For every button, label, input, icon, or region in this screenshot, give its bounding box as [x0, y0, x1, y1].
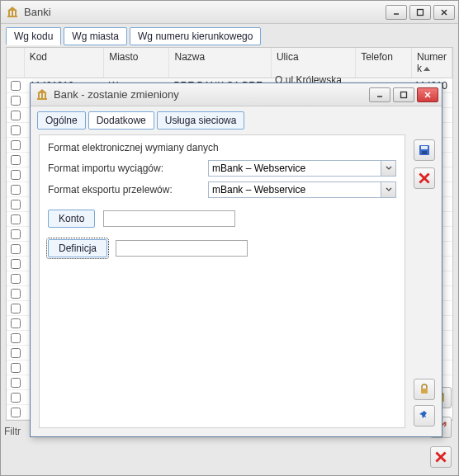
row-checkbox[interactable]: [11, 200, 21, 210]
bank-icon: [6, 6, 19, 19]
col-telefon[interactable]: Telefon: [356, 48, 412, 78]
tab-usluga[interactable]: Usługa sieciowa: [157, 111, 245, 130]
row-checkbox[interactable]: [11, 259, 21, 269]
row-checkbox[interactable]: [11, 378, 21, 388]
child-titlebar: Bank - zostanie zmieniony: [31, 83, 442, 106]
pin-icon[interactable]: [414, 405, 435, 427]
parent-titlebar: Banki: [1, 1, 458, 24]
import-label: Format importu wyciągów:: [48, 163, 203, 174]
chevron-down-icon[interactable]: [381, 160, 396, 177]
panel-legend: Format elektronicznej wymiany danych: [48, 142, 396, 153]
row-checkbox[interactable]: [11, 81, 21, 91]
row-checkbox[interactable]: [11, 229, 21, 239]
row-checkbox[interactable]: [11, 125, 21, 135]
bank-dialog: Bank - zostanie zmieniony Ogólne Dodatko…: [30, 82, 442, 437]
row-checkbox[interactable]: [11, 185, 21, 195]
row-checkbox[interactable]: [11, 318, 21, 328]
svg-rect-2: [15, 11, 17, 16]
row-checkbox[interactable]: [11, 289, 21, 299]
row-checkbox[interactable]: [11, 348, 21, 358]
svg-rect-5: [418, 9, 424, 15]
svg-rect-25: [421, 389, 428, 394]
svg-rect-21: [421, 146, 428, 149]
child-close-button[interactable]: [417, 87, 438, 102]
parent-title: Banki: [24, 6, 381, 18]
col-kod[interactable]: Kod: [25, 48, 105, 78]
tab-ogolne[interactable]: Ogólne: [37, 111, 86, 130]
row-checkbox[interactable]: [11, 304, 21, 313]
delete-icon[interactable]: [430, 446, 452, 468]
child-maximize-button[interactable]: [393, 87, 414, 102]
save-icon[interactable]: [414, 139, 435, 161]
bank-icon: [35, 88, 49, 101]
svg-rect-3: [7, 16, 17, 17]
svg-rect-13: [41, 93, 43, 98]
minimize-button[interactable]: [386, 5, 407, 20]
delete-icon[interactable]: [414, 167, 435, 189]
definicja-button[interactable]: Definicja: [48, 239, 107, 257]
svg-rect-17: [401, 92, 407, 97]
definicja-input[interactable]: [116, 240, 248, 257]
parent-tabs: Wg kodu Wg miasta Wg numeru kierunkowego: [1, 24, 458, 45]
row-checkbox[interactable]: [11, 214, 21, 224]
row-checkbox[interactable]: [11, 408, 21, 417]
tab-dodatkowe[interactable]: Dodatkowe: [88, 111, 154, 130]
row-checkbox[interactable]: [11, 244, 21, 254]
svg-rect-12: [38, 93, 40, 98]
svg-rect-22: [422, 151, 427, 154]
svg-rect-1: [12, 11, 13, 16]
konto-input[interactable]: [103, 210, 235, 227]
row-checkbox[interactable]: [11, 96, 21, 106]
import-select[interactable]: [208, 160, 381, 177]
row-checkbox[interactable]: [11, 140, 21, 150]
child-tabs: Ogólne Dodatkowe Usługa sieciowa: [31, 106, 442, 130]
tab-wg-numeru[interactable]: Wg numeru kierunkowego: [130, 27, 261, 45]
konto-button[interactable]: Konto: [48, 210, 95, 228]
close-button[interactable]: [433, 5, 455, 20]
svg-rect-14: [45, 93, 46, 98]
row-checkbox[interactable]: [11, 111, 21, 120]
svg-rect-0: [8, 11, 10, 16]
tab-wg-miasta[interactable]: Wg miasta: [64, 27, 127, 45]
dodatkowe-panel: Format elektronicznej wymiany danych For…: [39, 134, 405, 428]
filter-label: Filtr: [4, 426, 21, 437]
lock-icon[interactable]: [414, 379, 435, 400]
row-checkbox[interactable]: [11, 363, 21, 373]
svg-rect-15: [37, 98, 47, 100]
sort-asc-icon: [424, 67, 430, 71]
col-numer[interactable]: Numer k: [412, 48, 452, 78]
row-checkbox[interactable]: [11, 393, 21, 403]
chevron-down-icon[interactable]: [381, 181, 396, 198]
maximize-button[interactable]: [409, 5, 431, 20]
row-checkbox[interactable]: [11, 274, 21, 284]
child-title: Bank - zostanie zmieniony: [54, 88, 364, 101]
child-minimize-button[interactable]: [369, 87, 390, 102]
export-select[interactable]: [208, 181, 381, 198]
col-miasto[interactable]: Miasto: [104, 48, 169, 78]
row-checkbox[interactable]: [11, 333, 21, 343]
col-nazwa[interactable]: Nazwa: [169, 48, 271, 78]
row-checkbox[interactable]: [11, 170, 21, 180]
row-checkbox[interactable]: [11, 155, 21, 165]
export-label: Format eksportu przelewów:: [48, 184, 203, 196]
tab-wg-kodu[interactable]: Wg kodu: [6, 27, 61, 45]
